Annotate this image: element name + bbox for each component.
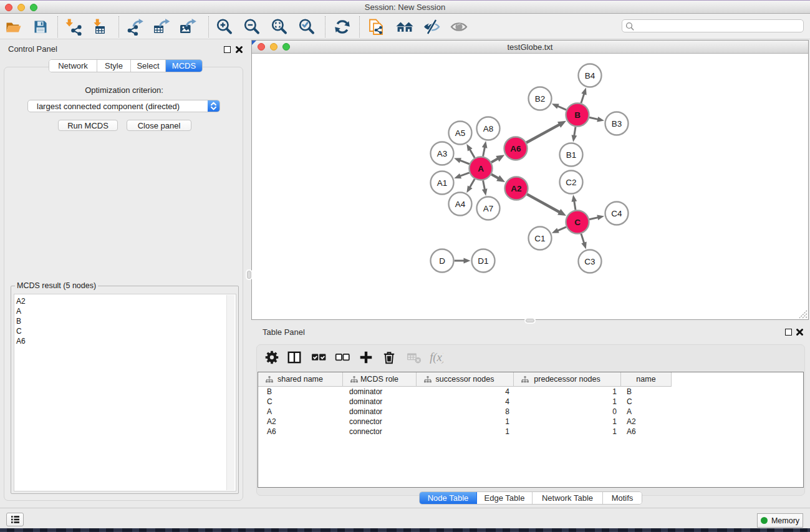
graph-node-A4[interactable]: A4 [449,193,472,216]
import-network-button[interactable] [64,18,82,36]
open-session-button[interactable] [5,18,22,36]
graph-node-C4[interactable]: C4 [605,202,629,225]
vertical-splitter-handle[interactable] [247,271,251,279]
import-table-button[interactable] [90,18,108,36]
graph-node-A8[interactable]: A8 [477,117,500,140]
mcds-result-list[interactable]: A2ABCA6 [14,294,236,491]
tab-style[interactable]: Style [97,60,131,72]
edge-A-A8[interactable] [483,147,485,157]
column-header-successor-nodes[interactable]: successor nodes [417,372,514,387]
zoom-fit-button[interactable] [271,18,288,36]
result-item[interactable]: C [14,326,236,336]
edge-A-A1[interactable] [460,173,470,177]
edge-A2-C[interactable] [527,194,560,212]
memory-button[interactable]: Memory [757,513,803,528]
graph-node-D[interactable]: D [431,249,454,273]
edge-C-C1[interactable] [557,227,566,231]
tab-network-table[interactable]: Network Table [533,492,603,504]
graph-node-A5[interactable]: A5 [449,122,472,145]
network-graph[interactable]: B4B2BB3A5A8A6A3B1AA1C2A2A4A7C4CC1C3DD1 [252,54,808,320]
show-panels-button[interactable] [6,513,24,526]
control-panel-float-button[interactable] [224,46,231,53]
table-row[interactable]: Adominator80A [258,407,803,417]
graph-node-D1[interactable]: D1 [472,249,495,273]
graph-node-A1[interactable]: A1 [431,172,454,195]
table-settings-button[interactable] [264,350,279,365]
table-row[interactable]: Cdominator41C [258,397,803,407]
edge-A-A7[interactable] [483,180,485,190]
graph-node-A3[interactable]: A3 [431,142,454,165]
close-panel-button[interactable]: Close panel [127,120,191,131]
edge-A-A2[interactable] [491,175,499,179]
select-all-columns-button[interactable] [311,350,326,365]
graph-node-B[interactable]: B [566,104,589,127]
tab-node-table[interactable]: Node Table [420,492,477,504]
graph-node-C1[interactable]: C1 [529,227,552,250]
search-input[interactable] [636,21,801,31]
edge-C-C2[interactable] [574,200,576,210]
hide-graphics-details-button[interactable] [423,18,440,36]
edge-A-A5[interactable] [470,149,475,158]
tab-network[interactable]: Network [49,60,97,72]
run-mcds-button[interactable]: Run MCDS [58,120,118,131]
control-panel-close-button[interactable] [235,46,243,54]
resize-grip-icon[interactable] [799,310,808,319]
export-image-button[interactable] [179,18,196,36]
toggle-panel-split-button[interactable] [287,350,302,365]
export-table-button[interactable] [153,18,170,36]
result-item[interactable]: A [14,306,236,316]
refresh-button[interactable] [334,18,351,36]
edge-B-B4[interactable] [581,93,584,103]
graph-node-B2[interactable]: B2 [529,87,552,110]
graph-node-A7[interactable]: A7 [477,197,500,220]
save-session-button[interactable] [32,18,49,36]
criterion-dropdown[interactable]: largest connected component (directed) [27,100,220,112]
zoom-out-button[interactable] [243,18,261,36]
graph-node-A2[interactable]: A2 [505,177,528,200]
tab-mcds[interactable]: MCDS [166,60,202,72]
column-header-name[interactable]: name [621,372,672,387]
delete-column-button[interactable] [382,350,397,365]
dropdown-stepper-icon[interactable] [208,100,219,112]
edge-C-C4[interactable] [589,217,599,219]
column-header-shared-name[interactable]: shared name [258,372,343,387]
home-view-button[interactable] [396,18,413,36]
result-scrollbar[interactable] [226,295,234,490]
column-header-predecessor-nodes[interactable]: predecessor nodes [514,372,621,387]
graph-node-A[interactable]: A [470,157,493,180]
graph-node-C[interactable]: C [566,211,589,234]
tab-edge-table[interactable]: Edge Table [477,492,533,504]
edge-B-B3[interactable] [589,117,599,119]
graph-node-B4[interactable]: B4 [579,64,602,87]
edge-C-C3[interactable] [581,234,584,244]
unselect-all-columns-button[interactable] [335,350,350,365]
zoom-selected-button[interactable] [298,18,316,36]
result-item[interactable]: B [14,316,236,326]
table-panel-close-button[interactable] [796,328,804,336]
table-panel-float-button[interactable] [785,329,792,336]
search-box[interactable] [622,19,804,32]
graph-node-C3[interactable]: C3 [579,250,602,273]
edge-A-A3[interactable] [460,160,470,164]
graph-node-C2[interactable]: C2 [560,171,583,194]
edge-B-B2[interactable] [557,106,566,110]
add-column-button[interactable] [359,350,374,365]
duplicate-network-button[interactable] [367,18,385,36]
table-row[interactable]: A6connector11A6 [258,427,803,437]
zoom-in-button[interactable] [216,18,233,36]
result-item[interactable]: A6 [14,336,236,346]
table-row[interactable]: Bdominator41B [258,387,803,397]
edge-B-B1[interactable] [574,127,576,137]
edge-A6-B[interactable] [526,124,560,143]
tab-select[interactable]: Select [131,60,166,72]
graph-node-B3[interactable]: B3 [605,112,629,135]
horizontal-splitter-handle[interactable] [526,319,534,322]
edge-A-A4[interactable] [470,179,475,188]
table-row[interactable]: A2connector11A2 [258,417,803,427]
result-item[interactable]: A2 [14,296,236,306]
column-header-MCDS-role[interactable]: MCDS role [343,372,417,387]
graph-node-A6[interactable]: A6 [504,137,528,160]
tab-motifs[interactable]: Motifs [603,492,642,504]
graph-node-B1[interactable]: B1 [560,143,583,167]
export-network-button[interactable] [127,18,144,36]
